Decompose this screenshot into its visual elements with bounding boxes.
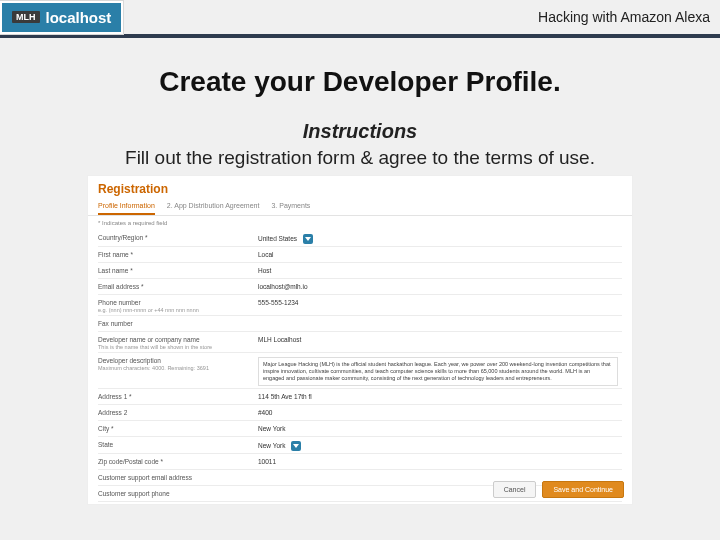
registration-form-screenshot: Registration Profile Information 2. App … (87, 175, 633, 505)
form-row: Customer support website (98, 502, 622, 505)
form-row: Last name *Host (98, 263, 622, 279)
field-value[interactable]: 555-555-1234 (258, 297, 622, 306)
field-sublabel: Maximum characters: 4000. Remaining: 369… (98, 365, 258, 371)
header-subtitle: Hacking with Amazon Alexa (538, 9, 710, 25)
form-row: Developer name or company nameThis is th… (98, 332, 622, 353)
field-label: Address 1 * (98, 391, 258, 400)
field-sublabel: e.g. (nnn) nnn-nnnn or +44 nnn nnn nnnn (98, 307, 258, 313)
field-label: Country/Region * (98, 232, 258, 241)
mlh-localhost-logo: MLH localhost (0, 1, 123, 34)
field-value[interactable]: 10011 (258, 456, 622, 465)
field-label: Email address * (98, 281, 258, 290)
field-value[interactable] (258, 318, 622, 320)
tab-payments[interactable]: 3. Payments (271, 202, 310, 215)
logo-text: localhost (46, 9, 112, 26)
mlh-badge: MLH (12, 11, 40, 23)
field-sublabel: This is the name that will be shown in t… (98, 344, 258, 350)
field-value[interactable]: New York (258, 423, 622, 432)
field-label: Last name * (98, 265, 258, 274)
form-row: Email address *localhost@mlh.io (98, 279, 622, 295)
dropdown-icon[interactable] (303, 234, 313, 244)
instruction-text: Fill out the registration form & agree t… (0, 147, 720, 169)
field-label: Zip code/Postal code * (98, 456, 258, 465)
instructions-heading: Instructions (0, 120, 720, 143)
field-label: Developer name or company nameThis is th… (98, 334, 258, 350)
page-title: Create your Developer Profile. (0, 66, 720, 98)
field-label: Phone numbere.g. (nnn) nnn-nnnn or +44 n… (98, 297, 258, 313)
field-value[interactable]: 114 5th Ave 17th fl (258, 391, 622, 400)
slide-header: MLH localhost Hacking with Amazon Alexa (0, 0, 720, 38)
tab-app-distribution-agreement[interactable]: 2. App Distribution Agreement (167, 202, 260, 215)
field-label: Customer support email address (98, 472, 258, 481)
form-row: Zip code/Postal code *10011 (98, 454, 622, 470)
save-continue-button[interactable]: Save and Continue (542, 481, 624, 498)
field-label: Customer support phone (98, 488, 258, 497)
field-label: Address 2 (98, 407, 258, 416)
form-row: Developer descriptionMaximum characters:… (98, 353, 622, 389)
form-row: Address 2#400 (98, 405, 622, 421)
form-tabs: Profile Information 2. App Distribution … (88, 198, 632, 216)
form-row: Phone numbere.g. (nnn) nnn-nnnn or +44 n… (98, 295, 622, 316)
field-value[interactable]: Major League Hacking (MLH) is the offici… (258, 355, 622, 386)
dropdown-icon[interactable] (291, 441, 301, 451)
field-value[interactable] (258, 504, 622, 505)
field-value[interactable]: MLH Localhost (258, 334, 622, 343)
form-row: StateNew York (98, 437, 622, 454)
tab-profile-information[interactable]: Profile Information (98, 202, 155, 215)
field-label: Developer descriptionMaximum characters:… (98, 355, 258, 371)
field-value[interactable] (258, 472, 622, 474)
field-value[interactable]: Local (258, 249, 622, 258)
form-row: Country/Region *United States (98, 230, 622, 247)
form-row: City *New York (98, 421, 622, 437)
field-value[interactable]: United States (258, 232, 622, 244)
description-textarea[interactable]: Major League Hacking (MLH) is the offici… (258, 357, 618, 386)
field-label: Customer support website (98, 504, 258, 505)
form-row: Fax number (98, 316, 622, 332)
form-row: First name *Local (98, 247, 622, 263)
form-row: Address 1 *114 5th Ave 17th fl (98, 389, 622, 405)
field-value[interactable]: #400 (258, 407, 622, 416)
form-buttons: Cancel Save and Continue (493, 481, 624, 498)
field-value[interactable]: New York (258, 439, 622, 451)
field-label: First name * (98, 249, 258, 258)
form-heading: Registration (88, 176, 632, 198)
cancel-button[interactable]: Cancel (493, 481, 537, 498)
field-label: City * (98, 423, 258, 432)
required-field-note: * Indicates a required field (88, 216, 632, 230)
field-label: State (98, 439, 258, 448)
field-value[interactable]: Host (258, 265, 622, 274)
field-label: Fax number (98, 318, 258, 327)
field-value[interactable]: localhost@mlh.io (258, 281, 622, 290)
